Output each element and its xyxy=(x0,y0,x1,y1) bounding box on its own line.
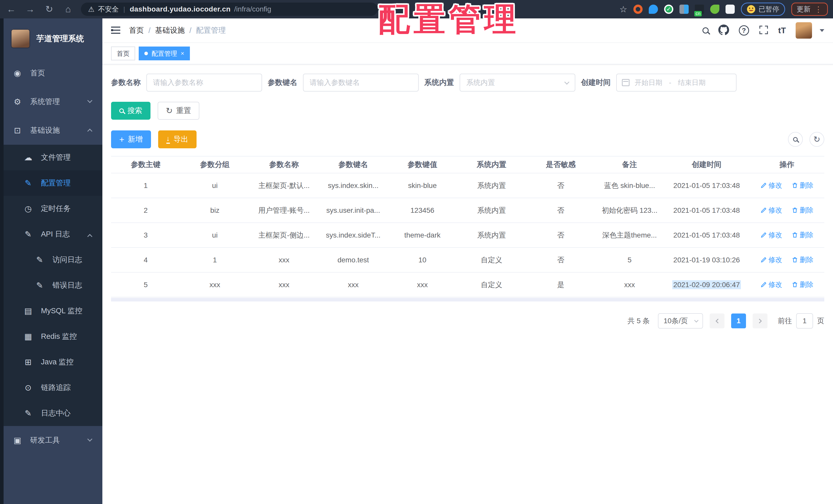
sidebar-item-log-center[interactable]: ✎ 日志中心 xyxy=(0,400,102,426)
extension-check-icon[interactable]: ✓ xyxy=(664,5,673,14)
sidebar-item-api-log[interactable]: ✎ API 日志 xyxy=(0,222,102,247)
cell-name: 主框架页-侧边... xyxy=(249,223,318,248)
collapse-sidebar-icon[interactable] xyxy=(111,27,120,34)
search-icon xyxy=(793,137,798,142)
avatar[interactable] xyxy=(795,22,812,39)
sidebar-item-access-log[interactable]: ✎ 访问日志 xyxy=(0,247,102,273)
extension-icon[interactable] xyxy=(634,5,643,14)
table-scrollbar[interactable] xyxy=(111,298,824,301)
param-name-input[interactable] xyxy=(146,74,262,92)
tag-config-active[interactable]: 配置管理 × xyxy=(139,47,190,60)
sidebar-item-config[interactable]: ✎ 配置管理 xyxy=(0,170,102,196)
refresh-table-button[interactable]: ↻ xyxy=(809,132,824,147)
sidebar-item-mysql[interactable]: ▤ MySQL 监控 xyxy=(0,298,102,324)
edit-label: 修改 xyxy=(768,181,782,190)
prev-page-button[interactable] xyxy=(710,313,724,328)
edit-link[interactable]: 修改 xyxy=(760,206,782,215)
col-created: 创建时间 xyxy=(664,156,749,173)
browser-update-button[interactable]: 更新 ⋮ xyxy=(791,3,828,16)
param-key-label: 参数键名 xyxy=(268,77,298,88)
sidebar-item-system[interactable]: ⚙ 系统管理 xyxy=(0,87,102,116)
breadcrumb-infra[interactable]: 基础设施 xyxy=(155,25,185,35)
browser-home-icon[interactable]: ⌂ xyxy=(62,3,74,15)
param-key-input[interactable] xyxy=(303,74,419,92)
sidebar-item-label: 链路追踪 xyxy=(41,382,71,393)
date-range-picker[interactable]: 开始日期 - 结束日期 xyxy=(616,74,737,92)
extensions-puzzle-icon[interactable] xyxy=(725,5,735,14)
delete-link[interactable]: 删除 xyxy=(791,255,813,264)
download-icon: ↓ xyxy=(166,135,170,144)
paused-label: 已暂停 xyxy=(759,5,779,14)
sidebar-item-file[interactable]: ☁ 文件管理 xyxy=(0,145,102,170)
sidebar-item-infra[interactable]: ⊡ 基础设施 xyxy=(0,116,102,145)
edit-label: 修改 xyxy=(768,280,782,289)
fullscreen-icon[interactable] xyxy=(759,25,768,36)
cell-type: 系统内置 xyxy=(457,173,526,198)
delete-link[interactable]: 删除 xyxy=(791,206,813,215)
close-icon[interactable]: × xyxy=(181,50,184,57)
browser-reload-icon[interactable]: ↻ xyxy=(43,3,55,15)
browser-back-icon[interactable]: ← xyxy=(5,3,17,15)
cell-value: xxx xyxy=(388,272,457,297)
caret-down-icon[interactable] xyxy=(820,29,824,32)
reset-button[interactable]: ↻ 重置 xyxy=(158,102,199,120)
edit-link[interactable]: 修改 xyxy=(760,230,782,240)
extension-cn-icon[interactable] xyxy=(695,5,704,14)
address-bar[interactable]: ⚠ 不安全 | dashboard.yudao.iocoder.cn/infra… xyxy=(81,3,378,16)
browser-menu-kebab-icon[interactable]: ⋮ xyxy=(814,5,823,14)
tag-home[interactable]: 首页 xyxy=(111,47,135,60)
col-sensitive: 是否敏感 xyxy=(526,156,595,173)
delete-label: 删除 xyxy=(800,206,813,215)
sidebar-item-java[interactable]: ⊞ Java 监控 xyxy=(0,349,102,375)
cell-remark: 初始化密码 123... xyxy=(595,198,664,223)
edit-link[interactable]: 修改 xyxy=(760,181,782,190)
toggle-search-button[interactable] xyxy=(788,132,803,147)
range-separator: - xyxy=(669,79,671,87)
security-label[interactable]: 不安全 xyxy=(98,5,119,14)
col-param-group: 参数分组 xyxy=(180,156,249,173)
delete-link[interactable]: 删除 xyxy=(791,181,813,190)
extension-leaf-icon[interactable] xyxy=(710,5,719,14)
cell-key: sys.user.init-pa... xyxy=(318,198,388,223)
breadcrumb-separator: / xyxy=(189,26,191,35)
sidebar-item-job[interactable]: ◷ 定时任务 xyxy=(0,196,102,222)
sidebar-item-home[interactable]: ◉ 首页 xyxy=(0,59,102,87)
add-button[interactable]: + 新增 xyxy=(111,130,151,148)
browser-forward-icon[interactable]: → xyxy=(24,3,36,15)
export-button[interactable]: ↓ 导出 xyxy=(158,130,196,148)
cell-key: sys.index.skin... xyxy=(318,173,388,198)
edit-link[interactable]: 修改 xyxy=(760,280,782,289)
sidebar-item-error-log[interactable]: ✎ 错误日志 xyxy=(0,273,102,298)
help-icon[interactable]: ? xyxy=(739,25,749,35)
sidebar-item-trace[interactable]: ⊙ 链路追踪 xyxy=(0,375,102,400)
edit-icon xyxy=(760,207,767,213)
extension-grid-icon[interactable] xyxy=(680,5,689,14)
github-icon[interactable] xyxy=(718,25,729,36)
trash-icon xyxy=(791,182,798,189)
sidebar-item-redis[interactable]: ▦ Redis 监控 xyxy=(0,324,102,349)
sidebar-item-devtools[interactable]: ▣ 研发工具 xyxy=(0,426,102,455)
next-page-button[interactable] xyxy=(753,313,767,328)
goto-page-input[interactable] xyxy=(796,313,813,329)
page-1-button[interactable]: 1 xyxy=(731,313,746,328)
sidebar: 芋道管理系统 ◉ 首页 ⚙ 系统管理 ⊡ 基础设施 ☁ 文件管理 xyxy=(0,19,102,504)
font-size-icon[interactable]: tT xyxy=(778,26,786,35)
search-button[interactable]: 搜索 xyxy=(111,102,150,120)
cell-name: xxx xyxy=(249,248,318,272)
refresh-icon: ↻ xyxy=(813,135,820,144)
delete-link[interactable]: 删除 xyxy=(791,230,813,240)
bookmark-star-icon[interactable]: ☆ xyxy=(620,4,627,14)
sidebar-item-label: 错误日志 xyxy=(52,280,82,291)
extension-pin-icon[interactable] xyxy=(649,5,658,14)
paused-extension-pill[interactable]: 已暂停 xyxy=(741,3,785,16)
search-icon[interactable] xyxy=(703,27,709,33)
sidebar-logo-row[interactable]: 芋道管理系统 xyxy=(0,19,102,59)
delete-link[interactable]: 删除 xyxy=(791,280,813,289)
trash-icon xyxy=(791,232,798,238)
log-icon: ✎ xyxy=(34,255,45,264)
breadcrumb-home[interactable]: 首页 xyxy=(129,25,144,35)
type-select[interactable]: 系统内置 xyxy=(460,74,575,92)
page-size-select[interactable]: 10条/页 xyxy=(658,313,703,329)
edit-link[interactable]: 修改 xyxy=(760,255,782,264)
sidebar-item-label: 基础设施 xyxy=(30,125,60,135)
